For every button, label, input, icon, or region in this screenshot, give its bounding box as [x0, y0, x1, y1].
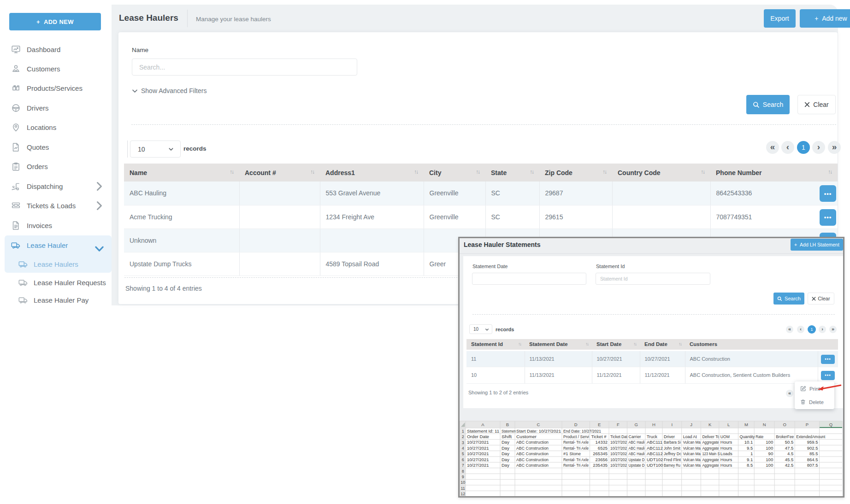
svg-text:Vulcan Ma: Vulcan Ma	[683, 457, 701, 462]
svg-text:Rate: Rate	[756, 434, 763, 439]
svg-text:807.5: 807.5	[807, 463, 818, 468]
svg-text:1: 1	[750, 451, 753, 456]
svg-text:O: O	[783, 422, 786, 427]
svg-text:Barney Ru: Barney Ru	[664, 463, 680, 468]
svg-text:Order Date: Order Date	[467, 434, 489, 439]
svg-text:Hours: Hours	[720, 440, 732, 445]
svg-text:BrokerFee: BrokerFee	[776, 434, 794, 439]
svg-text:ABC Construction: ABC Construction	[516, 440, 549, 445]
svg-text:10/27/2021: 10/27/2021	[467, 445, 489, 451]
svg-text:5: 5	[462, 451, 464, 456]
svg-text:G: G	[635, 422, 638, 427]
svg-text:10/27/2021: 10/27/2021	[467, 457, 489, 462]
svg-text:K: K	[708, 422, 712, 427]
svg-text:F: F	[617, 422, 620, 427]
svg-text:ABC Hauli: ABC Hauli	[629, 451, 645, 456]
svg-text:Quantity: Quantity	[740, 434, 755, 439]
svg-text:123 Main S: 123 Main S	[702, 451, 720, 456]
svg-text:L: L	[727, 422, 730, 427]
svg-text:UDT100: UDT100	[647, 463, 663, 468]
svg-text:Hours: Hours	[720, 445, 732, 451]
svg-text:Truck: Truck	[647, 434, 657, 439]
svg-text:10/27/202: 10/27/202	[610, 451, 627, 456]
svg-text:Rental- Tri Axle: Rental- Tri Axle	[563, 463, 589, 468]
svg-text:864.5: 864.5	[807, 457, 818, 462]
svg-text:Jeffrey Dc: Jeffrey Dc	[664, 451, 681, 456]
svg-text:50.5: 50.5	[785, 440, 794, 445]
svg-text:John Smit: John Smit	[664, 445, 680, 451]
svg-text:6: 6	[462, 457, 464, 462]
svg-text:A: A	[481, 422, 484, 427]
svg-text:100: 100	[766, 457, 773, 462]
svg-text:ABC112: ABC112	[647, 451, 663, 456]
svg-text:Loads: Loads	[720, 451, 732, 456]
svg-text:Barbara Si: Barbara Si	[664, 440, 681, 445]
svg-text:#1 Stone: #1 Stone	[563, 451, 581, 456]
svg-text:Upstate D: Upstate D	[629, 463, 645, 468]
svg-text:Ticket #: Ticket #	[591, 434, 607, 439]
svg-text:8.5: 8.5	[747, 463, 753, 468]
svg-text:Statement Id: 11: Statement Id: 11	[467, 428, 499, 434]
svg-text:9: 9	[462, 475, 464, 479]
svg-text:14332: 14332	[596, 440, 608, 445]
svg-text:Load At: Load At	[683, 434, 697, 439]
svg-text:ABC Hauli: ABC Hauli	[629, 445, 645, 451]
svg-text:M: M	[744, 422, 748, 427]
svg-text:1: 1	[462, 429, 464, 434]
svg-text:Statemen: Statemen	[502, 428, 516, 434]
svg-text:902.5: 902.5	[807, 445, 818, 451]
svg-text:ABC111: ABC111	[647, 440, 662, 445]
svg-text:10/27/2021: 10/27/2021	[467, 451, 489, 456]
svg-text:Day: Day	[502, 457, 509, 462]
svg-text:10/27/202: 10/27/202	[610, 440, 627, 445]
svg-text:85.5: 85.5	[809, 451, 818, 456]
svg-text:10: 10	[460, 480, 465, 485]
svg-text:959.5: 959.5	[807, 440, 818, 445]
svg-text:10/27/202: 10/27/202	[610, 445, 627, 451]
svg-text:100: 100	[766, 445, 773, 451]
svg-text:12: 12	[460, 492, 465, 496]
svg-text:265345: 265345	[593, 451, 608, 456]
svg-text:Rental- Tri Axle: Rental- Tri Axle	[563, 440, 589, 445]
svg-text:7: 7	[462, 463, 464, 468]
svg-text:Vulcan Ma: Vulcan Ma	[683, 440, 701, 445]
svg-text:Carrier: Carrier	[629, 434, 641, 439]
svg-text:45.5: 45.5	[785, 457, 794, 462]
svg-text:P: P	[806, 422, 809, 427]
svg-text:100: 100	[766, 463, 773, 468]
svg-text:Shift: Shift	[502, 434, 512, 439]
svg-text:UDT102: UDT102	[647, 457, 663, 462]
svg-text:Vulcan Ma: Vulcan Ma	[683, 445, 701, 451]
svg-text:Aggregate: Aggregate	[702, 445, 719, 451]
svg-text:Day: Day	[502, 440, 509, 445]
svg-text:2: 2	[462, 434, 464, 439]
svg-text:ABC112: ABC112	[647, 445, 663, 451]
svg-text:Upstate D: Upstate D	[629, 457, 645, 462]
svg-text:UOM: UOM	[720, 434, 730, 439]
svg-text:J: J	[690, 422, 692, 427]
svg-text:Q: Q	[829, 422, 832, 427]
svg-text:Vulcan Ma: Vulcan Ma	[683, 463, 701, 468]
svg-text:Vulcan Ma: Vulcan Ma	[683, 451, 701, 456]
svg-text:Customer: Customer	[516, 434, 537, 439]
svg-text:Day: Day	[502, 463, 509, 468]
svg-text:8: 8	[462, 469, 464, 474]
svg-text:ABC Construction: ABC Construction	[516, 445, 549, 451]
svg-text:9.1: 9.1	[747, 457, 753, 462]
svg-text:6525: 6525	[598, 445, 608, 451]
svg-text:Hours: Hours	[720, 463, 732, 468]
svg-text:4.5: 4.5	[787, 451, 793, 456]
svg-text:Product / Servi: Product / Servi	[563, 434, 589, 439]
svg-text:11: 11	[461, 486, 465, 491]
svg-text:D: D	[574, 422, 578, 427]
svg-text:23656: 23656	[596, 457, 608, 462]
svg-text:End Date: 10/27/2021: End Date: 10/27/2021	[563, 428, 601, 434]
svg-text:Rental- Tri Axle: Rental- Tri Axle	[563, 457, 589, 462]
svg-text:10/27/2021: 10/27/2021	[467, 440, 489, 445]
svg-text:H: H	[652, 422, 655, 427]
svg-text:Deliver Tc: Deliver Tc	[702, 434, 719, 439]
svg-text:10/27/2021: 10/27/2021	[467, 463, 489, 468]
svg-text:ABC Construction: ABC Construction	[516, 451, 549, 456]
svg-text:90: 90	[768, 451, 773, 456]
svg-text:C: C	[537, 422, 540, 427]
